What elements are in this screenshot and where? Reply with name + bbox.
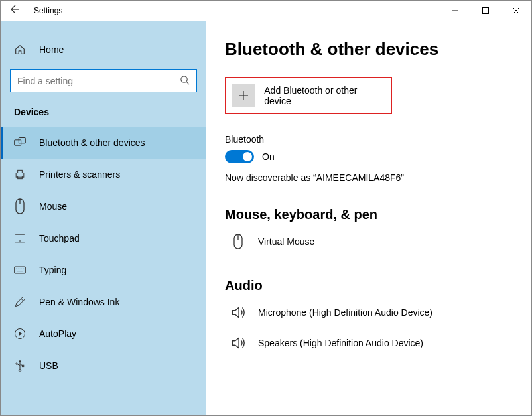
window-controls: [440, 1, 531, 21]
device-row[interactable]: Virtual Mouse: [225, 229, 515, 259]
device-name: Virtual Mouse: [258, 236, 314, 247]
sidebar-item-label: Mouse: [39, 201, 67, 212]
device-name: Microphone (High Definition Audio Device…: [258, 307, 432, 318]
main-panel: Bluetooth & other devices Add Bluetooth …: [206, 21, 531, 415]
svg-rect-6: [15, 140, 21, 145]
svg-rect-16: [15, 267, 26, 273]
sidebar-item-label: Bluetooth & other devices: [39, 137, 145, 148]
svg-rect-8: [16, 173, 24, 178]
search-box[interactable]: [10, 69, 197, 92]
sidebar: Home Devices Bluetooth & other devicesPr…: [1, 21, 206, 415]
svg-marker-23: [19, 332, 22, 336]
sidebar-item-label: Pen & Windows Ink: [39, 297, 119, 307]
svg-rect-9: [18, 170, 23, 173]
sidebar-item-mouse[interactable]: Mouse: [1, 190, 206, 222]
sidebar-item-touchpad[interactable]: Touchpad: [1, 222, 206, 254]
page-title: Bluetooth & other devices: [225, 39, 515, 60]
bluetooth-toggle[interactable]: [225, 150, 254, 163]
svg-point-27: [16, 363, 18, 365]
usb-icon: [13, 359, 27, 372]
svg-marker-26: [19, 360, 22, 362]
pen-icon: [13, 295, 27, 309]
speaker-icon: [229, 304, 247, 321]
add-device-button[interactable]: Add Bluetooth or other device: [225, 77, 392, 114]
svg-rect-7: [19, 138, 25, 143]
sidebar-item-label: AutoPlay: [39, 328, 76, 339]
touchpad-icon: [13, 232, 27, 245]
plus-icon: [232, 84, 255, 107]
close-button[interactable]: [501, 1, 531, 21]
sidebar-item-bluetooth-other-devices[interactable]: Bluetooth & other devices: [1, 127, 206, 159]
maximize-button[interactable]: [470, 1, 501, 21]
svg-line-5: [186, 82, 189, 84]
device-row[interactable]: Speakers (High Definition Audio Device): [225, 330, 515, 361]
autoplay-icon: [13, 327, 27, 340]
printer-icon: [13, 168, 27, 181]
speaker-icon: [229, 334, 247, 352]
sidebar-home[interactable]: Home: [1, 37, 206, 62]
svg-rect-28: [22, 365, 24, 367]
sidebar-item-printers-scanners[interactable]: Printers & scanners: [1, 159, 206, 190]
add-device-label: Add Bluetooth or other device: [264, 85, 384, 106]
sidebar-section-title: Devices: [1, 100, 206, 127]
search-icon: [180, 75, 190, 87]
back-button[interactable]: [9, 4, 19, 18]
keyboard-icon: [13, 263, 27, 277]
minimize-button[interactable]: [440, 1, 470, 21]
sidebar-item-usb[interactable]: USB: [1, 350, 206, 381]
section-mouse-keyboard-pen: Mouse, keyboard, & pen: [225, 207, 515, 222]
sidebar-item-label: Printers & scanners: [39, 169, 120, 180]
toggle-state-label: On: [262, 151, 275, 162]
svg-rect-1: [483, 8, 489, 14]
device-row[interactable]: Microphone (High Definition Audio Device…: [225, 300, 515, 330]
sidebar-item-typing[interactable]: Typing: [1, 254, 206, 286]
mouse-icon: [229, 233, 247, 250]
sidebar-item-label: Touchpad: [39, 233, 80, 243]
home-icon: [14, 44, 27, 56]
sidebar-item-label: USB: [39, 360, 58, 371]
sidebar-home-label: Home: [39, 44, 64, 55]
discoverable-text: Now discoverable as “AIMEECAMILA48F6”: [225, 173, 515, 183]
sidebar-item-label: Typing: [39, 265, 66, 275]
sidebar-item-autoplay[interactable]: AutoPlay: [1, 318, 206, 350]
device-name: Speakers (High Definition Audio Device): [258, 338, 423, 348]
titlebar: Settings: [1, 1, 531, 21]
search-input[interactable]: [17, 76, 180, 86]
bluetooth-devices-icon: [13, 136, 27, 149]
sidebar-item-pen-windows-ink[interactable]: Pen & Windows Ink: [1, 286, 206, 318]
svg-point-4: [181, 76, 187, 82]
bluetooth-label: Bluetooth: [225, 134, 515, 145]
mouse-icon: [13, 198, 27, 215]
section-audio: Audio: [225, 278, 515, 293]
app-title: Settings: [34, 6, 62, 15]
